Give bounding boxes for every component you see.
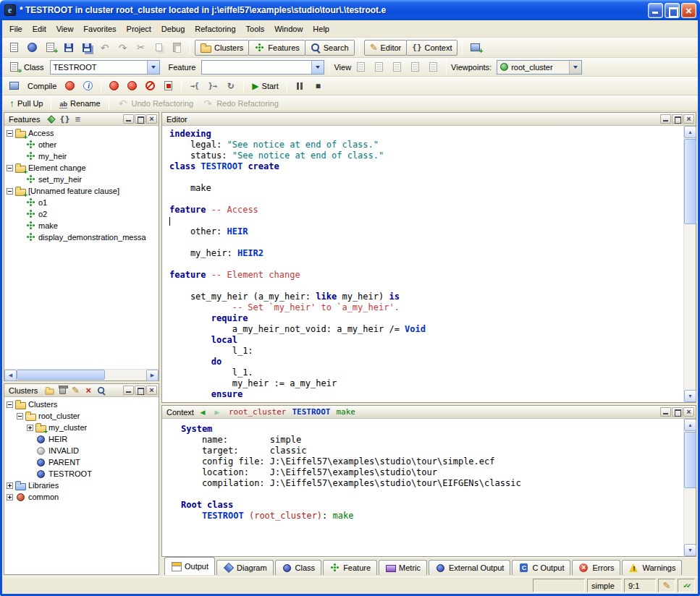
scroll-down-icon[interactable]: ▼: [684, 390, 696, 402]
tree-item-invalid[interactable]: INVALID: [4, 445, 159, 456]
scroll-track[interactable]: [684, 138, 696, 390]
scroll-thumb[interactable]: [17, 370, 105, 380]
compile-info-icon[interactable]: [80, 78, 96, 94]
freeze-icon[interactable]: [106, 78, 122, 94]
menu-project[interactable]: Project: [122, 22, 156, 35]
class-tool-icon[interactable]: »: [6, 59, 22, 75]
menu-debug[interactable]: Debug: [156, 22, 190, 35]
scroll-thumb[interactable]: [684, 432, 696, 488]
edit-icon[interactable]: [69, 386, 81, 396]
tree-item-make[interactable]: make: [4, 220, 159, 231]
tree-item-root-cluster[interactable]: root_cluster: [4, 410, 159, 422]
feature-combobox[interactable]: [201, 60, 324, 74]
history-back-icon[interactable]: [197, 407, 208, 417]
context-vertical-scrollbar[interactable]: ▲ ▼: [683, 419, 696, 556]
tab-warnings[interactable]: Warnings: [622, 560, 682, 575]
tree-item-unnamed-feature-clause[interactable]: +[Unnamed feature clause]: [4, 185, 159, 197]
editor-close-button[interactable]: [683, 114, 694, 124]
tab-output[interactable]: Output: [164, 557, 215, 575]
class-combobox[interactable]: TESTROOT: [50, 60, 160, 74]
scroll-left-icon[interactable]: ◀: [4, 370, 17, 381]
editor-vertical-scrollbar[interactable]: ▲ ▼: [683, 126, 696, 402]
editor-panel-titlebar[interactable]: Editor: [162, 113, 696, 126]
menu-view[interactable]: View: [51, 22, 79, 35]
signature-icon[interactable]: [59, 114, 70, 124]
stop-button[interactable]: [310, 78, 326, 94]
save-all-icon[interactable]: [78, 40, 95, 56]
start-button[interactable]: Start: [248, 78, 282, 94]
menu-refactoring[interactable]: Refactoring: [190, 22, 240, 35]
basic-text-view-icon[interactable]: [353, 59, 369, 75]
pull-up-button[interactable]: Pull Up: [6, 95, 46, 111]
clusters-maximize-button[interactable]: [135, 386, 146, 395]
undo-icon[interactable]: [96, 40, 113, 56]
features-close-button[interactable]: [146, 114, 157, 124]
scroll-up-icon[interactable]: ▲: [684, 419, 696, 431]
features-horizontal-scrollbar[interactable]: ◀ ▶: [4, 369, 159, 380]
open-project-icon[interactable]: [24, 40, 41, 56]
tree-item-display-demonstration-messa[interactable]: display_demonstration_messa: [4, 231, 159, 243]
scroll-track[interactable]: [17, 370, 146, 380]
redo-icon[interactable]: [114, 40, 131, 56]
features-panel-titlebar[interactable]: Features: [4, 113, 159, 126]
redo-refactoring-button[interactable]: Redo Refactoring: [198, 95, 282, 111]
viewpoints-combobox[interactable]: root_cluster: [497, 60, 582, 74]
collapse-icon[interactable]: [7, 165, 13, 171]
clusters-minimize-button[interactable]: [123, 386, 134, 395]
clusters-close-button[interactable]: [146, 386, 157, 395]
context-panel-titlebar[interactable]: Context root_cluster TESTROOT make: [162, 406, 696, 419]
menu-window[interactable]: Window: [269, 22, 308, 35]
edit-breakpoints-icon[interactable]: [160, 78, 177, 94]
tab-external-output[interactable]: External Output: [429, 560, 510, 575]
menu-tools[interactable]: Tools: [241, 22, 270, 35]
contract-view-icon[interactable]: [407, 59, 423, 75]
scroll-thumb[interactable]: [684, 139, 696, 224]
scroll-up-icon[interactable]: ▲: [684, 126, 696, 138]
restore-button[interactable]: [665, 3, 680, 18]
tree-item-o1[interactable]: o1: [4, 197, 159, 208]
class-combobox-arrow[interactable]: [147, 61, 159, 74]
tree-item-element-change[interactable]: +Element change: [4, 162, 159, 174]
titlebar[interactable]: * TESTROOT in cluster root_cluster locat…: [0, 0, 700, 20]
add-cluster-icon[interactable]: [43, 386, 55, 396]
expand-icon[interactable]: [7, 494, 13, 501]
context-close-button[interactable]: [683, 407, 694, 417]
delete-icon[interactable]: [56, 386, 68, 396]
expand-icon[interactable]: [27, 425, 33, 431]
editor-toggle-button[interactable]: Editor: [364, 40, 408, 56]
new-development-window-icon[interactable]: +: [467, 40, 484, 56]
tree-item-set-my-heir[interactable]: set_my_heir: [4, 174, 159, 185]
editor-maximize-button[interactable]: [672, 114, 683, 124]
tree-item-testroot[interactable]: TESTROOT: [4, 468, 159, 480]
menu-help[interactable]: Help: [308, 22, 334, 35]
collapse-icon[interactable]: [7, 188, 13, 195]
discard-breakpoints-icon[interactable]: [142, 78, 159, 94]
history-forward-icon[interactable]: [211, 407, 223, 417]
close-button[interactable]: [681, 3, 696, 18]
context-maximize-button[interactable]: [672, 407, 683, 417]
finalize-icon[interactable]: [124, 78, 140, 94]
interface-view-icon[interactable]: [425, 59, 442, 75]
paste-icon[interactable]: [169, 40, 185, 56]
compile-output-icon[interactable]: [6, 78, 22, 94]
flat-view-icon[interactable]: [389, 59, 405, 75]
tab-metric[interactable]: Metric: [379, 560, 427, 575]
tab-diagram[interactable]: Diagram: [216, 560, 274, 575]
menu-edit[interactable]: Edit: [28, 22, 51, 35]
collapse-icon[interactable]: [7, 130, 13, 137]
step-into-icon[interactable]: [186, 78, 203, 94]
tree-item-other[interactable]: other: [4, 139, 159, 150]
context-minimize-button[interactable]: [660, 407, 671, 417]
tab-c-output[interactable]: C Output: [512, 560, 570, 575]
tree-item-libraries[interactable]: Libraries: [4, 480, 159, 491]
features-minimize-button[interactable]: [123, 114, 134, 124]
search-cluster-icon[interactable]: [96, 386, 107, 396]
scroll-down-icon[interactable]: ▼: [684, 544, 696, 556]
collapse-icon[interactable]: [7, 401, 13, 408]
tree-item-my-heir[interactable]: my_heir: [4, 150, 159, 162]
context-toggle-button[interactable]: Context: [406, 40, 457, 56]
tree-item-common[interactable]: common: [4, 491, 159, 503]
tree-item-heir[interactable]: HEIR: [4, 433, 159, 445]
save-icon[interactable]: [60, 40, 77, 56]
group-by-clause-icon[interactable]: [72, 114, 83, 124]
